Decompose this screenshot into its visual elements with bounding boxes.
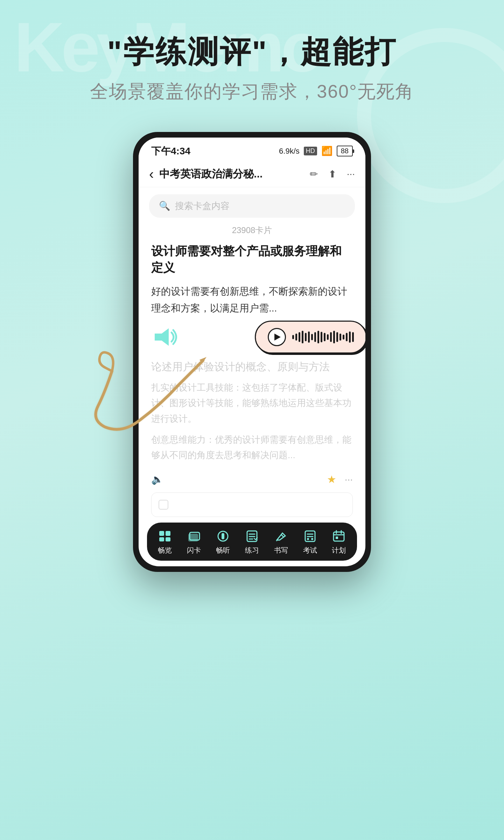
nav-item-exam[interactable]: 考试 (303, 530, 317, 555)
svg-point-17 (311, 538, 313, 540)
nav-icons: ✏ ⬆ ··· (310, 168, 355, 180)
svg-rect-0 (159, 531, 164, 536)
plan-icon (332, 530, 346, 543)
wave-bar (321, 332, 322, 342)
audio-row (151, 325, 353, 349)
nav-label-plan: 计划 (332, 546, 346, 555)
card-footer: 🔈 ★ ··· (139, 466, 365, 492)
more-icon[interactable]: ··· (347, 168, 355, 180)
phone-outer: 下午4:34 6.9k/s HD 📶 88 ‹ 中考英语政治满分秘... ✏ (133, 132, 371, 572)
footer-icons: ★ ··· (327, 473, 353, 485)
nav-label-write: 书写 (274, 546, 288, 555)
star-icon[interactable]: ★ (327, 473, 336, 485)
waveform (292, 331, 354, 343)
svg-line-12 (281, 534, 284, 537)
wave-bar (343, 335, 344, 340)
search-bar[interactable]: 🔍 搜索卡盒内容 (149, 194, 355, 218)
next-card-preview (151, 492, 353, 517)
hd-badge: HD (304, 147, 317, 155)
play-triangle-icon (274, 334, 281, 341)
card-body: 好的设计需要有创新思维，不断探索新的设计理念和方案，以满足用户需... (151, 283, 353, 316)
speaker-icon[interactable] (151, 325, 179, 349)
wave-bar (317, 331, 319, 343)
wave-bar (327, 334, 329, 340)
practice-icon (245, 530, 259, 543)
svg-rect-18 (334, 532, 344, 541)
status-bar: 下午4:34 6.9k/s HD 📶 88 (139, 138, 365, 161)
phone-container: 下午4:34 6.9k/s HD 📶 88 ‹ 中考英语政治满分秘... ✏ (0, 132, 504, 572)
bottom-nav: 畅览 闪卡 畅听 (147, 523, 357, 561)
nav-item-write[interactable]: 书写 (274, 530, 288, 555)
listen-icon (216, 530, 230, 543)
blurred-body1: 扎实的设计工具技能：这包括了字体配、版式设计、图形设计等技能，能够熟练地运用这些… (151, 380, 353, 426)
battery-status: 88 (337, 146, 353, 156)
svg-rect-1 (166, 531, 170, 536)
search-icon: 🔍 (159, 201, 170, 211)
status-speed: 6.9k/s (279, 147, 300, 156)
wave-bar (308, 331, 310, 343)
svg-point-16 (307, 538, 309, 540)
card-title: 设计师需要对整个产品或服务理解和定义 (151, 243, 353, 276)
header-section: "学练测评"，超能打 全场景覆盖你的学习需求，360°无死角 (0, 0, 504, 104)
nav-item-browse[interactable]: 畅览 (158, 530, 172, 555)
more-options-icon[interactable]: ··· (345, 474, 353, 485)
nav-bar: ‹ 中考英语政治满分秘... ✏ ⬆ ··· (139, 161, 365, 187)
wave-bar (305, 333, 307, 341)
flashcard-icon (187, 530, 201, 543)
wave-bar (349, 331, 351, 343)
svg-rect-2 (159, 537, 164, 541)
card-count: 23908卡片 (139, 225, 365, 236)
write-icon (274, 530, 288, 543)
blurred-body2: 创意思维能力：优秀的设计师需要有创意思维，能够从不同的角度去思考和解决问题... (151, 432, 353, 463)
battery-tip (352, 149, 354, 153)
next-card-checkbox[interactable] (159, 500, 168, 510)
play-button[interactable] (268, 328, 286, 346)
nav-item-flashcard[interactable]: 闪卡 (187, 530, 201, 555)
audio-player[interactable] (255, 321, 365, 354)
nav-label-browse: 畅览 (158, 546, 172, 555)
main-title: "学练测评"，超能打 (0, 35, 504, 69)
svg-rect-7 (222, 533, 224, 539)
nav-item-plan[interactable]: 计划 (332, 530, 346, 555)
phone-inner: 下午4:34 6.9k/s HD 📶 88 ‹ 中考英语政治满分秘... ✏ (139, 138, 365, 566)
blurred-section: 论述用户体验设计的概念、原则与方法 扎实的设计工具技能：这包括了字体配、版式设计… (139, 360, 365, 463)
wave-bar (299, 332, 300, 342)
wave-bar (324, 333, 326, 341)
nav-item-practice[interactable]: 练习 (245, 530, 259, 555)
sub-title: 全场景覆盖你的学习需求，360°无死角 (0, 79, 504, 104)
share-icon[interactable]: ⬆ (328, 168, 336, 180)
signal-icon: 📶 (321, 146, 332, 156)
card-content: 设计师需要对整个产品或服务理解和定义 好的设计需要有创新思维，不断探索新的设计理… (139, 243, 365, 349)
nav-title: 中考英语政治满分秘... (159, 167, 309, 181)
wave-bar (302, 331, 303, 343)
wave-bar (330, 332, 332, 342)
wave-bar (340, 334, 341, 341)
footer-speaker-icon[interactable]: 🔈 (151, 474, 163, 485)
wave-bar (311, 334, 313, 340)
wave-bar (352, 332, 354, 342)
status-right: 6.9k/s HD 📶 88 (279, 146, 353, 156)
wave-bar (314, 332, 316, 342)
nav-label-exam: 考试 (303, 546, 317, 555)
wave-bar (333, 331, 335, 343)
nav-label-practice: 练习 (245, 546, 259, 555)
wave-bar (336, 332, 338, 342)
blurred-title: 论述用户体验设计的概念、原则与方法 (151, 360, 353, 374)
wave-bar (295, 334, 297, 341)
status-time: 下午4:34 (151, 145, 190, 158)
exam-icon (303, 530, 317, 543)
nav-label-listen: 畅听 (216, 546, 230, 555)
back-button[interactable]: ‹ (149, 166, 154, 182)
wave-bar (346, 333, 348, 341)
svg-rect-3 (166, 537, 170, 541)
browse-icon (158, 530, 172, 543)
svg-rect-5 (188, 534, 198, 541)
edit-icon[interactable]: ✏ (310, 168, 318, 180)
wave-bar (292, 335, 294, 339)
nav-label-flashcard: 闪卡 (187, 546, 201, 555)
search-placeholder-text: 搜索卡盒内容 (175, 200, 230, 212)
svg-rect-22 (336, 537, 338, 539)
nav-item-listen[interactable]: 畅听 (216, 530, 230, 555)
